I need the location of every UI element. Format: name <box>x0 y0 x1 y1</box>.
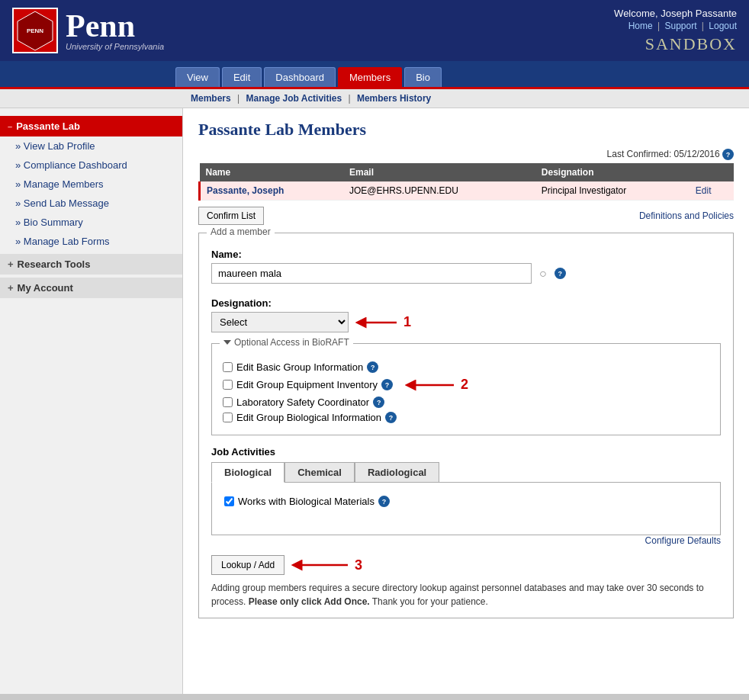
breadcrumb-members-history[interactable]: Members History <box>357 93 431 104</box>
lookup-add-button[interactable]: Lookup / Add <box>211 555 284 575</box>
content-area: Passante Lab Members Last Confirmed: 05/… <box>183 108 749 694</box>
checkbox-safety[interactable] <box>223 397 233 407</box>
arrow-2-label: 2 <box>461 377 468 393</box>
checkbox-row-equipment: Edit Group Equipment Inventory ? 2 <box>223 377 709 393</box>
tab-edit[interactable]: Edit <box>222 67 262 87</box>
arrow-1-label: 1 <box>403 314 411 330</box>
col-action <box>690 163 734 181</box>
job-tab-chemical[interactable]: Chemical <box>284 462 355 483</box>
sidebar-account-label: My Account <box>18 282 73 294</box>
sidebar-item-manage-forms[interactable]: Manage Lab Forms <box>0 232 182 251</box>
lookup-row: Lookup / Add 3 <box>211 555 721 575</box>
designation-label: Designation: <box>211 297 411 309</box>
svg-text:PENN: PENN <box>27 27 43 34</box>
checkbox-row-basic: Edit Basic Group Information ? <box>223 361 709 373</box>
header-nav[interactable]: Home | Support | Logout <box>614 21 737 31</box>
sidebar-item-bio-summary[interactable]: Bio Summary <box>0 213 182 232</box>
checkbox-row-safety: Laboratory Safety Coordinator ? <box>223 397 709 408</box>
bio-materials-row: Works with Biological Materials ? <box>224 496 708 507</box>
checkbox-bio-label: Edit Group Biological Information <box>236 412 381 423</box>
arrow-3-label: 3 <box>355 557 362 573</box>
add-member-section: Add a member Name: ○ ? Designation: Sele… <box>198 233 734 618</box>
optional-access-legend: Optional Access in BioRAFT <box>220 337 353 348</box>
logout-link[interactable]: Logout <box>709 21 737 31</box>
checkbox-bio-materials[interactable] <box>224 496 234 506</box>
sidebar-lab-header[interactable]: – Passante Lab <box>0 116 182 136</box>
job-tabs: Biological Chemical Radiological <box>211 462 721 483</box>
checkbox-row-biological: Edit Group Biological Information ? <box>223 412 709 423</box>
support-link[interactable]: Support <box>664 21 696 31</box>
bio-materials-help-icon[interactable]: ? <box>378 496 390 507</box>
confirm-list-button[interactable]: Confirm List <box>198 207 264 225</box>
page-header: PENN Penn University of Pennsylvania Wel… <box>0 0 749 61</box>
designation-select[interactable]: Select Member Research Staff Graduate St… <box>211 312 349 332</box>
checkbox-basic-label: Edit Basic Group Information <box>236 361 363 373</box>
optional-access-section: Optional Access in BioRAFT Edit Basic Gr… <box>211 343 721 435</box>
header-right: Welcome, Joseph Passante Home | Support … <box>614 8 737 54</box>
members-table: Name Email Designation Passante, Joseph … <box>198 163 734 201</box>
job-tab-radiological[interactable]: Radiological <box>355 462 439 483</box>
col-designation: Designation <box>535 163 690 181</box>
penn-big-text: Penn <box>66 10 164 42</box>
clear-name-button[interactable]: ○ <box>536 267 550 281</box>
breadcrumb-members[interactable]: Members <box>191 93 231 104</box>
name-input-row: ○ ? <box>211 263 721 284</box>
breadcrumb-bar: Members | Manage Job Activities | Member… <box>0 89 749 108</box>
add-note: Adding group members requires a secure d… <box>211 581 721 608</box>
tab-bio[interactable]: Bio <box>404 67 442 87</box>
sidebar-item-view-lab[interactable]: View Lab Profile <box>0 136 182 156</box>
configure-defaults-row: Configure Defaults <box>211 535 721 546</box>
checkbox-equipment-label: Edit Group Equipment Inventory <box>236 379 378 390</box>
basic-info-help-icon[interactable]: ? <box>367 361 378 373</box>
last-confirmed-help-icon[interactable]: ? <box>722 149 734 160</box>
checkbox-bio-info[interactable] <box>223 413 233 422</box>
checkbox-equipment[interactable] <box>223 380 233 390</box>
sidebar-item-send-message[interactable]: Send Lab Message <box>0 194 182 213</box>
sidebar-item-manage-members[interactable]: Manage Members <box>0 175 182 194</box>
add-member-legend: Add a member <box>207 226 275 237</box>
sidebar-my-account[interactable]: + My Account <box>0 278 182 298</box>
tab-members[interactable]: Members <box>338 67 402 87</box>
penn-sub-text: University of Pennsylvania <box>66 42 164 51</box>
member-designation: Principal Investigator <box>535 181 690 201</box>
arrow-3-icon <box>291 557 352 573</box>
member-email: JOE@EHRS.UPENN.EDU <box>343 181 535 201</box>
sandbox-label: SANDBOX <box>614 34 737 54</box>
equipment-help-icon[interactable]: ? <box>381 379 393 390</box>
home-link[interactable]: Home <box>628 21 653 31</box>
arrow-2-icon <box>404 377 458 393</box>
tab-dashboard[interactable]: Dashboard <box>264 67 336 87</box>
job-tab-content: Works with Biological Materials ? <box>211 482 721 535</box>
page-title: Passante Lab Members <box>198 120 734 140</box>
job-activities-section: Job Activities Biological Chemical Radio… <box>211 446 721 546</box>
members-section: Last Confirmed: 05/12/2016 ? Name Email … <box>198 149 734 225</box>
checkbox-safety-label: Laboratory Safety Coordinator <box>236 397 369 408</box>
triangle-icon <box>223 340 231 345</box>
sidebar-research-label: Research Tools <box>18 258 91 270</box>
main-layout: – Passante Lab View Lab Profile Complian… <box>0 108 749 694</box>
welcome-text: Welcome, Joseph Passante <box>614 8 737 19</box>
plus-icon: + <box>8 258 14 270</box>
logo-area: PENN Penn University of Pennsylvania <box>12 8 164 53</box>
sidebar-research-tools[interactable]: + Research Tools <box>0 254 182 275</box>
definitions-link[interactable]: Definitions and Policies <box>639 210 734 221</box>
sidebar: – Passante Lab View Lab Profile Complian… <box>0 108 183 694</box>
sidebar-toggle-icon: – <box>8 122 12 131</box>
checkbox-basic-info[interactable] <box>223 362 233 372</box>
tab-view[interactable]: View <box>175 67 220 87</box>
member-edit-link[interactable]: Edit <box>696 185 712 196</box>
penn-shield-icon: PENN <box>12 8 58 53</box>
university-name: Penn University of Pennsylvania <box>66 10 164 51</box>
arrow-1-icon <box>355 315 400 330</box>
sidebar-item-compliance[interactable]: Compliance Dashboard <box>0 156 182 175</box>
bio-materials-label: Works with Biological Materials <box>238 496 374 507</box>
job-tab-biological[interactable]: Biological <box>211 462 284 483</box>
name-help-icon[interactable]: ? <box>555 268 566 279</box>
breadcrumb-manage-job[interactable]: Manage Job Activities <box>246 93 342 104</box>
col-email: Email <box>343 163 535 181</box>
name-input[interactable] <box>211 263 532 284</box>
configure-defaults-link[interactable]: Configure Defaults <box>645 535 721 546</box>
safety-help-icon[interactable]: ? <box>373 397 384 408</box>
bio-info-help-icon[interactable]: ? <box>385 412 397 423</box>
table-row: Passante, Joseph JOE@EHRS.UPENN.EDU Prin… <box>200 181 735 201</box>
